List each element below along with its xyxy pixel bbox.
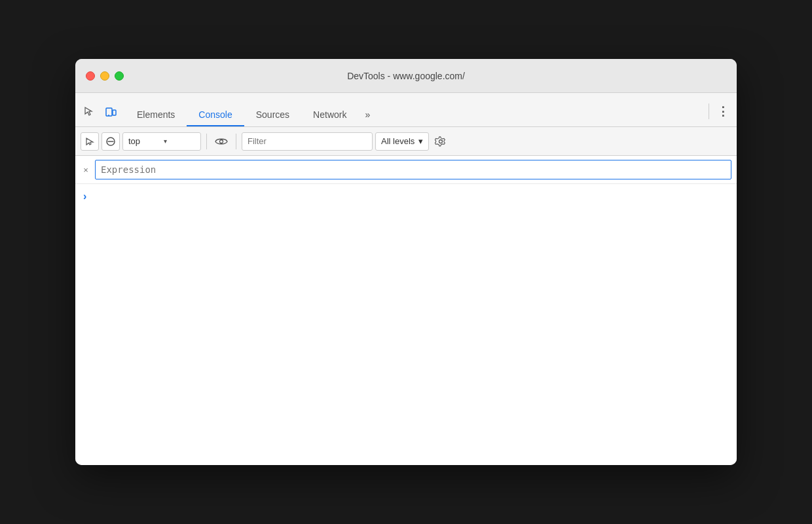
tabs-container: Elements Console Sources Network »: [125, 104, 706, 126]
divider: [709, 103, 709, 119]
inspector-icon[interactable]: [81, 103, 99, 121]
console-toolbar: top ▾ All levels ▾: [75, 127, 737, 156]
chevron-down-icon: ▾: [164, 138, 195, 145]
eye-button[interactable]: [212, 132, 231, 151]
close-button[interactable]: [86, 71, 95, 81]
tab-more-button[interactable]: »: [358, 104, 377, 126]
maximize-button[interactable]: [115, 71, 124, 81]
tab-bar-tools: [81, 103, 120, 126]
svg-point-7: [439, 140, 443, 143]
svg-point-6: [220, 140, 223, 143]
levels-label: All levels: [381, 136, 415, 146]
more-options-button[interactable]: ⋮: [714, 102, 731, 121]
svg-rect-1: [113, 110, 116, 115]
prompt-chevron-icon: ›: [83, 191, 86, 202]
title-bar: DevTools - www.google.com/: [75, 59, 737, 93]
tab-elements[interactable]: Elements: [125, 104, 187, 126]
settings-button[interactable]: [432, 132, 450, 151]
filter-input[interactable]: [242, 132, 373, 151]
close-expression-button[interactable]: ×: [81, 165, 91, 175]
expression-input[interactable]: [95, 160, 731, 179]
clear-console-button[interactable]: [81, 132, 99, 151]
expression-row: ×: [75, 156, 737, 184]
log-levels-selector[interactable]: All levels ▾: [375, 132, 429, 151]
tab-sources[interactable]: Sources: [244, 104, 301, 126]
tab-bar: Elements Console Sources Network » ⋮: [75, 93, 737, 127]
tab-console[interactable]: Console: [187, 104, 244, 126]
device-icon[interactable]: [101, 103, 120, 121]
devtools-window: DevTools - www.google.com/ Elements Cons: [75, 59, 737, 465]
context-value: top: [128, 136, 160, 146]
svg-marker-3: [86, 138, 93, 145]
context-selector[interactable]: top ▾: [122, 132, 201, 151]
traffic-lights: [86, 71, 124, 81]
toolbar-separator: [206, 134, 207, 149]
svg-rect-0: [106, 108, 112, 116]
window-title: DevTools - www.google.com/: [347, 71, 465, 81]
tab-network[interactable]: Network: [301, 104, 358, 126]
toolbar-separator-2: [236, 134, 236, 149]
tab-bar-right: ⋮: [706, 102, 731, 126]
minimize-button[interactable]: [100, 71, 109, 81]
console-content: × ›: [75, 156, 737, 465]
no-entry-button[interactable]: [101, 132, 120, 151]
levels-chevron-icon: ▾: [418, 136, 423, 146]
console-prompt-row[interactable]: ›: [75, 184, 737, 209]
